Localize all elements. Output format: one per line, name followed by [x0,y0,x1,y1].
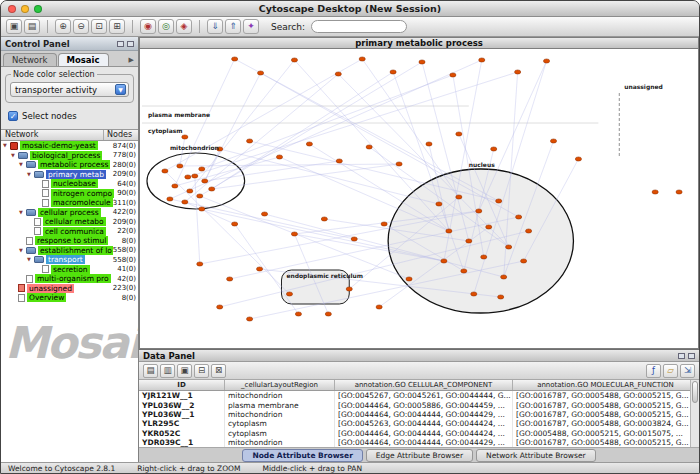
tree-row[interactable]: ▼mosaic-demo-yeast874(0) [1,141,138,151]
graph-node[interactable] [291,58,297,62]
tree-header-network[interactable]: Network [1,130,104,140]
graph-node[interactable] [227,277,233,281]
graph-node[interactable] [232,222,238,226]
tree-row[interactable]: ▼establishment of lo558(0) [1,246,138,256]
expander-icon[interactable]: ▼ [19,210,26,215]
tab-network[interactable]: Network [3,53,57,66]
graph-node[interactable] [182,135,188,139]
network-canvas[interactable]: plasma membranecytoplasmmitochondrionnuc… [139,49,699,349]
tree-row[interactable]: ▼cellular process422(0) [1,208,138,218]
vizmapper-icon[interactable]: ✦ [243,19,259,34]
expander-icon[interactable]: ▼ [19,162,26,167]
graph-node[interactable] [461,269,467,273]
column-header[interactable]: _cellularLayoutRegion [225,380,335,390]
save-network-image-icon[interactable]: ▣ [6,19,22,34]
graph-node[interactable] [575,157,581,161]
graph-node[interactable] [476,209,482,213]
delete-attribute-icon[interactable]: ⊟ [194,364,209,378]
open-attribute-file-icon[interactable]: ▱ [663,364,678,378]
tree-header-nodes[interactable]: Nodes [104,130,138,140]
table-row[interactable]: YPL036W__1mitochondrion[GO:0044464, GO:0… [139,410,699,419]
function-builder-icon[interactable]: ƒ [646,364,661,378]
graph-node[interactable] [351,237,357,241]
graph-node[interactable] [486,225,492,229]
graph-node[interactable] [471,292,477,296]
graph-node[interactable] [336,159,342,163]
tree-row[interactable]: cellular metabo209(0) [1,217,138,227]
trash-icon[interactable]: ⊠ [211,364,226,378]
tree-row[interactable]: ▼biological_process778(0) [1,151,138,161]
new-network-from-selection-icon[interactable]: ◈ [176,19,192,34]
network-view-titlebar[interactable]: primary metabolic process [139,37,699,49]
graph-node[interactable] [167,197,173,201]
graph-node[interactable] [491,147,497,151]
table-row[interactable]: YJR121W__1mitochondrion[GO:0045267, GO:0… [139,391,699,400]
graph-node[interactable] [543,59,549,63]
graph-node[interactable] [396,162,402,166]
graph-node[interactable] [436,202,442,206]
tree-row[interactable]: nucleobase64(0) [1,179,138,189]
column-header[interactable]: annotation.GO CELLULAR_COMPONENT [335,380,513,390]
select-attributes-icon[interactable]: ▤ [143,364,158,378]
graph-node[interactable] [419,60,425,64]
graph-node[interactable] [376,305,382,309]
hide-selected-icon[interactable]: ◉ [140,19,156,34]
import-network-icon[interactable]: ⇓ [207,19,223,34]
graph-node[interactable] [197,194,203,198]
tab-edge-attribute-browser[interactable]: Edge Attribute Browser [366,449,473,462]
graph-node[interactable] [515,70,521,74]
tree-row[interactable]: response to stimul8(0) [1,236,138,246]
tree-row[interactable]: cell communica22(0) [1,227,138,237]
graph-node[interactable] [526,229,532,233]
tab-node-attribute-browser[interactable]: Node Attribute Browser [242,449,362,462]
zoom-fit-network-icon[interactable]: ⊞ [109,19,125,34]
graph-node[interactable] [450,73,456,77]
graph-node[interactable] [652,190,658,194]
graph-node[interactable] [496,199,502,203]
zoom-out-icon[interactable]: ⊖ [73,19,89,34]
close-panel-icon[interactable] [688,353,695,359]
unhide-all-icon[interactable]: ◎ [158,19,174,34]
graph-node[interactable] [286,292,292,296]
graph-node[interactable] [498,295,504,299]
tree-row[interactable]: multi-organism pro42(0) [1,274,138,284]
graph-node[interactable] [516,215,522,219]
tree-row[interactable]: unassigned223(0) [1,284,138,294]
scrollbar-thumb[interactable] [692,381,698,403]
graph-node[interactable] [456,195,462,199]
graph-node[interactable] [276,155,282,159]
expander-icon[interactable]: ▼ [27,257,34,262]
tree-row[interactable]: secretion41(0) [1,265,138,275]
tree-row[interactable]: nitrogen compo90(0) [1,189,138,199]
expander-icon[interactable]: ▼ [19,248,26,253]
graph-node[interactable] [359,57,365,61]
select-nodes-row[interactable]: ✓ Select nodes [8,111,131,121]
graph-node[interactable] [481,255,487,259]
tab-network-attribute-browser[interactable]: Network Attribute Browser [476,449,596,462]
float-panel-icon[interactable] [678,353,685,359]
graph-node[interactable] [182,200,188,204]
graph-node[interactable] [177,164,183,168]
graph-node[interactable] [406,277,412,281]
graph-node[interactable] [325,312,331,316]
column-header[interactable]: annotation.GO MOLECULAR_FUNCTION [513,380,699,390]
graph-node[interactable] [506,245,512,249]
graph-node[interactable] [257,71,263,75]
graph-node[interactable] [456,132,462,136]
network-canvas-svg[interactable]: plasma membranecytoplasmmitochondrionnuc… [140,49,698,348]
zoom-selected-region-icon[interactable]: ⊡ [91,19,107,34]
graph-node[interactable] [162,169,168,173]
graph-node[interactable] [197,262,203,266]
print-network-icon[interactable]: ▤ [24,19,40,34]
select-nodes-checkbox[interactable]: ✓ [8,111,18,121]
graph-node[interactable] [202,179,208,183]
close-panel-icon[interactable] [127,41,134,47]
graph-node[interactable] [381,222,387,226]
graph-node[interactable] [466,239,472,243]
graph-node[interactable] [306,142,312,146]
tree-row[interactable]: ▼metabolic process280(0) [1,160,138,170]
graph-node[interactable] [446,229,452,233]
graph-node[interactable] [209,187,215,191]
graph-node[interactable] [390,70,396,74]
graph-node[interactable] [199,167,205,171]
